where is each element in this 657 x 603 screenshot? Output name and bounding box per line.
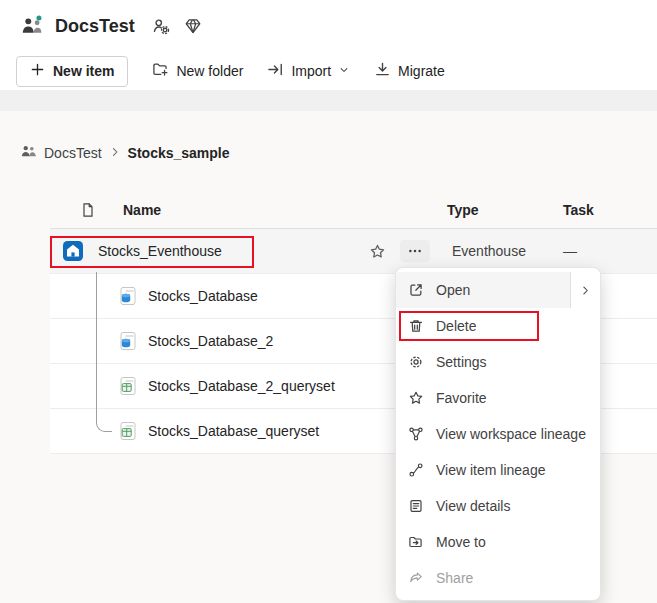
- view-details-icon: [408, 498, 424, 514]
- migrate-icon: [374, 61, 391, 81]
- menu-item-label: Share: [436, 570, 473, 586]
- menu-item-settings[interactable]: Settings: [396, 344, 600, 380]
- item-name[interactable]: Stocks_Database: [148, 288, 258, 304]
- menu-item-label: Delete: [436, 318, 476, 334]
- menu-item-label: View workspace lineage: [436, 426, 586, 442]
- workspace-page: DocsTest New item: [0, 0, 657, 603]
- workspace-icon: [20, 143, 37, 163]
- toolbar: New item New folder Import: [0, 52, 657, 90]
- menu-item-label: Move to: [436, 534, 486, 550]
- column-header-type[interactable]: Type: [447, 202, 479, 218]
- section-divider: [0, 90, 657, 111]
- import-icon: [267, 61, 284, 81]
- kql-queryset-icon: [118, 421, 138, 444]
- item-name[interactable]: Stocks_Eventhouse: [98, 243, 222, 259]
- new-folder-icon: [152, 61, 169, 81]
- share-icon: [408, 570, 424, 586]
- trial-diamond-icon[interactable]: [183, 16, 203, 36]
- menu-item-label: Favorite: [436, 390, 487, 406]
- app-header: DocsTest: [0, 0, 657, 52]
- kql-database-icon: [118, 331, 138, 354]
- menu-item-move-to[interactable]: Move to: [396, 524, 600, 560]
- breadcrumb-current-folder[interactable]: Stocks_sample: [128, 145, 230, 161]
- star-icon: [408, 390, 424, 406]
- item-lineage-icon: [408, 462, 424, 478]
- migrate-button[interactable]: Migrate: [374, 61, 445, 81]
- menu-item-view-workspace-lineage[interactable]: View workspace lineage: [396, 416, 600, 452]
- chevron-right-icon: [109, 145, 121, 161]
- favorite-star-icon[interactable]: [368, 243, 386, 261]
- submenu-chevron-icon[interactable]: [570, 272, 600, 308]
- workspace-lineage-icon: [408, 426, 424, 442]
- menu-item-label: Settings: [436, 354, 487, 370]
- column-header-task[interactable]: Task: [563, 202, 594, 218]
- new-item-button[interactable]: New item: [16, 56, 128, 87]
- item-task: —: [563, 243, 577, 259]
- breadcrumb: DocsTest Stocks_sample: [20, 143, 230, 163]
- item-name[interactable]: Stocks_Database_2: [148, 333, 273, 349]
- import-label: Import: [291, 63, 331, 79]
- context-menu: Open Delete Settings: [395, 267, 601, 601]
- trash-icon: [408, 318, 424, 334]
- workspace-settings-icon[interactable]: [151, 16, 171, 36]
- chevron-down-icon: [338, 63, 350, 79]
- kql-database-icon: [118, 286, 138, 309]
- new-folder-label: New folder: [176, 63, 243, 79]
- item-type: Eventhouse: [452, 243, 526, 259]
- menu-item-view-details[interactable]: View details: [396, 488, 600, 524]
- new-folder-button[interactable]: New folder: [152, 61, 243, 81]
- import-button[interactable]: Import: [267, 61, 350, 81]
- item-name[interactable]: Stocks_Database_2_queryset: [148, 378, 335, 394]
- document-type-column-icon: [80, 202, 96, 221]
- workspace-logo: [18, 13, 46, 39]
- move-to-icon: [408, 534, 424, 550]
- menu-item-share[interactable]: Share: [396, 560, 600, 596]
- menu-item-label: View item lineage: [436, 462, 545, 478]
- eventhouse-icon: [62, 240, 84, 265]
- page-title: DocsTest: [55, 16, 135, 37]
- item-name[interactable]: Stocks_Database_queryset: [148, 423, 319, 439]
- menu-item-label: View details: [436, 498, 510, 514]
- new-item-label: New item: [53, 63, 114, 79]
- breadcrumb-workspace-link[interactable]: DocsTest: [44, 145, 102, 161]
- gear-icon: [408, 354, 424, 370]
- plus-icon: [30, 62, 45, 80]
- menu-item-delete[interactable]: Delete: [396, 308, 600, 344]
- migrate-label: Migrate: [398, 63, 445, 79]
- table-header: Name Type Task: [50, 193, 657, 229]
- menu-item-label: Open: [436, 282, 470, 298]
- kql-queryset-icon: [118, 376, 138, 399]
- menu-item-favorite[interactable]: Favorite: [396, 380, 600, 416]
- open-icon: [408, 282, 424, 298]
- menu-item-open[interactable]: Open: [396, 272, 600, 308]
- more-options-icon[interactable]: [400, 240, 430, 262]
- menu-item-view-item-lineage[interactable]: View item lineage: [396, 452, 600, 488]
- column-header-name[interactable]: Name: [123, 202, 161, 218]
